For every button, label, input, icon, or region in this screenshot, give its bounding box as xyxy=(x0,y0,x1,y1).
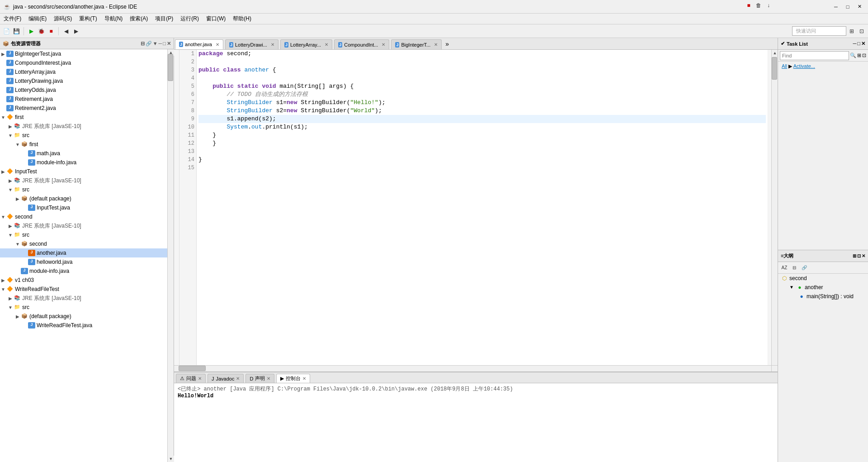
tree-item[interactable]: ▶📦(default package) xyxy=(0,312,167,321)
tree-item[interactable]: JInputTest.java xyxy=(0,203,167,212)
editor-hscrollbar[interactable] xyxy=(174,366,771,372)
tree-arrow[interactable]: ▼ xyxy=(7,133,14,138)
toolbar-new[interactable]: 📄 xyxy=(2,27,11,36)
editor-tab[interactable]: JCompoundInt...✕ xyxy=(334,39,389,49)
tree-arrow[interactable]: ▶ xyxy=(0,169,6,174)
task-search-btn[interactable]: 🔍 xyxy=(850,52,856,58)
task-activate-label[interactable]: Activate... xyxy=(793,63,815,69)
tree-scroll-thumb[interactable] xyxy=(168,54,173,81)
outline-item[interactable]: ●main(String[]) : void xyxy=(778,292,868,301)
maximize-button[interactable]: □ xyxy=(843,2,853,12)
menu-item[interactable]: 文件(F) xyxy=(0,14,25,24)
tab-close-btn[interactable]: ✕ xyxy=(325,42,328,47)
task-all-label[interactable]: All xyxy=(782,63,787,69)
tree-item[interactable]: JCompoundInterest.java xyxy=(0,58,167,67)
tree-item[interactable]: ▶🔶v1 ch03 xyxy=(0,276,167,285)
tree-arrow[interactable]: ▼ xyxy=(7,233,14,238)
bottom-tab[interactable]: ▶ 控制台 ✕ xyxy=(276,374,310,383)
tree-arrow[interactable]: ▼ xyxy=(7,187,14,192)
tree-item[interactable]: ▼🔶first xyxy=(0,113,167,122)
tree-item[interactable]: ▶📚JRE 系统库 [JavaSE-10] xyxy=(0,294,167,303)
editor-hscroll-thumb[interactable] xyxy=(179,366,206,371)
tree-item[interactable]: ▶📦(default package) xyxy=(0,194,167,203)
editor-scroll-thumb[interactable] xyxy=(772,57,777,80)
tree-item[interactable]: JRetirement2.java xyxy=(0,104,167,113)
outline-link[interactable]: 🔗 xyxy=(800,263,809,272)
tree-item[interactable]: ▶📚JRE 系统库 [JavaSE-10] xyxy=(0,221,167,230)
tree-item[interactable]: ▼📁src xyxy=(0,230,167,239)
outline-toolbar-btn2[interactable]: ⊡ xyxy=(857,253,861,258)
tree-item[interactable]: ▶🔶InputTest xyxy=(0,167,167,176)
tree-item[interactable]: ▶📚JRE 系统库 [JavaSE-10] xyxy=(0,122,167,131)
code-editor[interactable]: package second;public class another { pu… xyxy=(197,50,768,365)
tree-item[interactable]: JWriteReadFileTest.java xyxy=(0,321,167,330)
bottom-tab-close[interactable]: ✕ xyxy=(236,376,240,381)
menu-item[interactable]: 导航(N) xyxy=(101,14,127,24)
tree-vscrollbar[interactable]: ▲ ▼ xyxy=(167,49,174,462)
pkg-close-icon[interactable]: ✕ xyxy=(167,41,171,47)
pkg-collapse-icon[interactable]: ⊟ xyxy=(141,41,145,47)
tree-arrow[interactable]: ▼ xyxy=(14,142,21,147)
tree-item[interactable]: ▶JBigIntegerTest.java xyxy=(0,49,167,58)
tree-arrow[interactable]: ▶ xyxy=(0,278,6,283)
task-toolbar-btn2[interactable]: ⊡ xyxy=(862,52,866,58)
menu-item[interactable]: 搜索(A) xyxy=(126,14,151,24)
tree-arrow[interactable]: ▶ xyxy=(0,52,6,57)
tree-arrow[interactable]: ▶ xyxy=(14,196,21,201)
toolbar-forward[interactable]: ▶ xyxy=(71,27,80,36)
menu-item[interactable]: 编辑(E) xyxy=(25,14,50,24)
menu-item[interactable]: 运行(R) xyxy=(177,14,203,24)
tree-item[interactable]: ▼📁src xyxy=(0,185,167,194)
tree-arrow[interactable]: ▼ xyxy=(0,287,6,292)
toolbar-back[interactable]: ◀ xyxy=(61,27,71,36)
bottom-tab[interactable]: D 声明 ✕ xyxy=(245,374,274,383)
menu-item[interactable]: 重构(T) xyxy=(75,14,100,24)
tree-item[interactable]: JLotteryOdds.java xyxy=(0,86,167,95)
outline-item[interactable]: ⬡second xyxy=(778,274,868,283)
task-max[interactable]: □ xyxy=(857,41,860,47)
pkg-max-icon[interactable]: □ xyxy=(163,41,166,47)
tab-overflow-btn[interactable]: » xyxy=(443,40,452,48)
bottom-tab-close[interactable]: ✕ xyxy=(267,376,270,381)
pkg-menu-icon[interactable]: ▼ xyxy=(153,41,158,47)
tree-arrow[interactable]: ▶ xyxy=(7,296,14,301)
tree-item[interactable]: JRetirement.java xyxy=(0,95,167,104)
tree-item[interactable]: Jmodule-info.java xyxy=(0,158,167,167)
toolbar-debug[interactable]: 🐞 xyxy=(37,27,46,36)
tab-close-btn[interactable]: ✕ xyxy=(434,42,438,47)
menu-item[interactable]: 窗口(W) xyxy=(203,14,229,24)
tree-arrow[interactable]: ▼ xyxy=(0,115,6,120)
pkg-min-icon[interactable]: ─ xyxy=(159,41,162,47)
bottom-tab-close[interactable]: ✕ xyxy=(302,376,306,381)
tree-arrow[interactable]: ▶ xyxy=(7,124,14,129)
outline-collapse[interactable]: ⊟ xyxy=(790,263,799,272)
close-button[interactable]: ✕ xyxy=(854,2,864,12)
menu-item[interactable]: 帮助(H) xyxy=(229,14,255,24)
tree-item[interactable]: Janother.java xyxy=(0,248,167,257)
task-close[interactable]: ✕ xyxy=(861,41,865,47)
tab-close-btn[interactable]: ✕ xyxy=(216,42,219,47)
toolbar-persp1[interactable]: ⊞ xyxy=(847,27,856,36)
tree-item[interactable]: ▼📦second xyxy=(0,239,167,248)
toolbar-run[interactable]: ▶ xyxy=(27,27,36,36)
bottom-tab[interactable]: J Javadoc ✕ xyxy=(208,374,244,383)
bottom-tab-close[interactable]: ✕ xyxy=(198,376,202,381)
editor-tab[interactable]: JLotteryDrawi...✕ xyxy=(225,39,278,49)
tab-close-btn[interactable]: ✕ xyxy=(382,42,385,47)
tree-item[interactable]: Jmodule-info.java xyxy=(0,267,167,276)
tree-arrow[interactable]: ▶ xyxy=(14,314,21,319)
pkg-link-icon[interactable]: 🔗 xyxy=(146,41,152,47)
editor-scroll-up[interactable]: ▲ xyxy=(772,50,778,56)
outline-expand-arrow[interactable]: ▼ xyxy=(789,285,794,290)
quick-access-box[interactable]: 快速访问 xyxy=(792,26,846,36)
bottom-tab[interactable]: ⚠ 问题 ✕ xyxy=(176,374,206,383)
toolbar-persp2[interactable]: ⊡ xyxy=(857,27,866,36)
editor-tab[interactable]: Janother.java✕ xyxy=(175,39,223,49)
tree-item[interactable]: ▼🔶second xyxy=(0,212,167,221)
task-min[interactable]: ─ xyxy=(853,41,857,47)
tree-item[interactable]: ▼📁src xyxy=(0,303,167,312)
tree-arrow[interactable]: ▼ xyxy=(14,242,21,247)
tree-item[interactable]: ▼📁src xyxy=(0,131,167,140)
tree-scroll-down[interactable]: ▼ xyxy=(168,456,174,462)
tab-close-btn[interactable]: ✕ xyxy=(271,42,274,47)
